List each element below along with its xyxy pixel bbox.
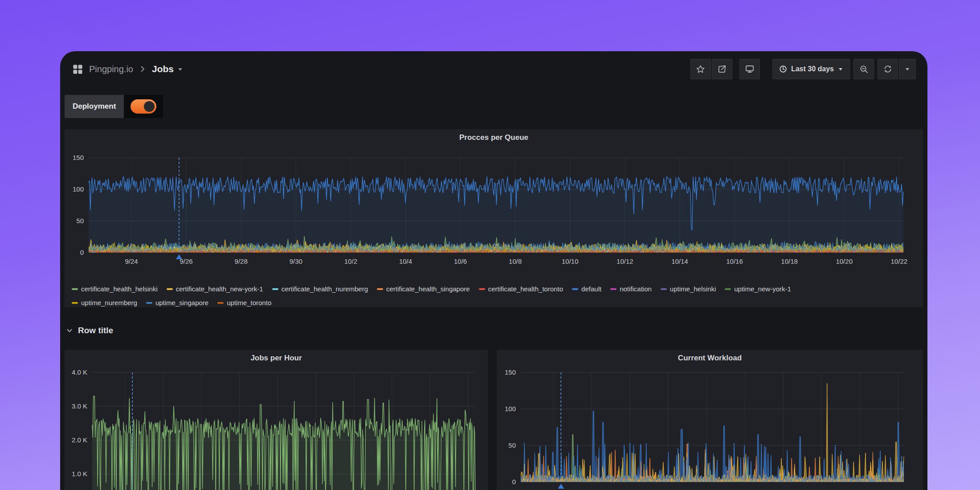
svg-text:100: 100 [505,405,516,412]
refresh-interval-dropdown[interactable] [899,59,916,79]
row-title: Row title [78,326,113,335]
svg-text:3.0 K: 3.0 K [72,402,87,410]
time-range-picker[interactable]: Last 30 days [772,59,850,79]
legend-label: uptime_nuremberg [81,299,137,306]
deployment-variable: Deployment [65,95,163,118]
time-range-label: Last 30 days [791,65,834,73]
refresh-icon [883,64,893,74]
chevron-down-icon[interactable] [177,66,183,72]
legend-item[interactable]: certificate_health_new-york-1 [167,285,263,293]
chart-jobs-per-hour: 4.0 K3.0 K2.0 K1.0 K [71,368,482,490]
svg-text:10/20: 10/20 [836,257,853,265]
svg-text:10/18: 10/18 [781,257,798,265]
legend-swatch [272,288,278,290]
breadcrumb: Pingping.io Jobs [72,63,183,75]
panel-process-per-queue: Procces per Queue 1501005009/249/269/289… [65,129,923,307]
legend-item[interactable]: uptime_new-york-1 [725,285,791,293]
legend-label: uptime_new-york-1 [734,285,791,293]
zoom-out-button[interactable] [853,59,874,79]
svg-text:10/12: 10/12 [617,257,633,265]
dashboard-window: Pingping.io Jobs [60,51,927,490]
legend-label: default [581,285,601,293]
legend-label: certificate_health_nuremberg [282,285,368,293]
chevron-down-icon [65,327,74,335]
row-header[interactable]: Row title [65,326,113,335]
svg-text:10/16: 10/16 [726,257,743,265]
share-button[interactable] [712,59,732,79]
svg-text:10/10: 10/10 [562,257,579,265]
clock-icon [779,65,787,73]
panel-title[interactable]: Jobs per Hour [65,354,488,363]
header-bar: Pingping.io Jobs [60,51,927,87]
legend-swatch [725,288,731,290]
svg-text:9/24: 9/24 [125,257,138,265]
legend-item[interactable]: notification [610,285,652,293]
legend-label: certificate_health_helsinki [81,285,158,293]
svg-text:0: 0 [512,478,516,486]
legend-label: uptime_toronto [227,299,271,306]
legend-label: certificate_health_toronto [488,285,563,293]
apps-grid-icon[interactable] [72,63,84,75]
legend-item[interactable]: certificate_health_toronto [479,285,563,293]
breadcrumb-app[interactable]: Pingping.io [89,64,133,74]
legend-label: certificate_health_new-york-1 [176,285,263,293]
legend-item[interactable]: uptime_helsinki [661,285,716,293]
svg-text:10/14: 10/14 [671,257,688,265]
svg-text:10/22: 10/22 [891,257,908,265]
toggle-knob [144,101,155,112]
svg-text:10/4: 10/4 [399,257,412,265]
refresh-button[interactable] [878,59,898,79]
zoom-out-icon [859,64,869,74]
panel-title[interactable]: Current Workload [497,354,923,363]
legend-item[interactable]: uptime_singapore [146,299,208,306]
legend-swatch [72,302,78,304]
caret-down-icon [838,66,843,72]
panel-jobs-per-hour: Jobs per Hour 4.0 K3.0 K2.0 K1.0 K [65,350,488,490]
panel-title[interactable]: Procces per Queue [65,133,923,142]
svg-text:150: 150 [505,368,516,376]
legend-item[interactable]: certificate_health_nuremberg [272,285,368,293]
favorite-button[interactable] [690,59,711,79]
svg-text:10/8: 10/8 [509,257,522,265]
legend-swatch [217,302,224,304]
desktop-background: { "header": { "breadcrumb": { "app": "Pi… [0,0,980,490]
svg-text:100: 100 [73,185,84,193]
legend-swatch [167,288,173,290]
legend-item[interactable]: default [572,285,601,293]
legend-swatch [572,288,578,290]
legend-item[interactable]: uptime_toronto [217,299,271,306]
chart-process-per-queue: 1501005009/249/269/289/3010/210/410/610/… [71,147,917,282]
legend-swatch [377,288,383,290]
legend-swatch [146,302,152,304]
svg-text:10/6: 10/6 [454,257,467,265]
svg-text:10/2: 10/2 [344,257,357,265]
deployment-label: Deployment [65,95,124,118]
legend-label: notification [620,285,652,293]
svg-text:50: 50 [76,217,84,225]
deployment-toggle-well [124,95,163,118]
svg-text:9/28: 9/28 [235,257,248,265]
legend-item[interactable]: certificate_health_singapore [377,285,470,293]
chevron-right-icon [139,65,147,73]
legend-process-per-queue: certificate_health_helsinkicertificate_h… [72,285,917,306]
svg-text:0: 0 [80,249,84,256]
legend-item[interactable]: certificate_health_helsinki [72,285,158,293]
monitor-icon [744,64,755,74]
svg-text:2.0 K: 2.0 K [72,436,87,444]
svg-text:4.0 K: 4.0 K [72,368,87,376]
legend-swatch [661,288,667,290]
legend-label: certificate_health_singapore [386,285,470,293]
share-icon [717,64,727,74]
caret-down-icon [905,66,910,72]
tv-mode-button[interactable] [739,59,760,79]
legend-swatch [72,288,78,290]
legend-item[interactable]: uptime_nuremberg [72,299,137,306]
toolbar: Last 30 days [690,59,916,79]
deployment-toggle[interactable] [131,99,156,114]
legend-swatch [479,288,485,290]
legend-swatch [610,288,617,290]
breadcrumb-page[interactable]: Jobs [152,64,174,74]
panel-current-workload: Current Workload 150100500 [497,350,923,490]
svg-text:9/30: 9/30 [290,257,302,265]
chart-current-workload: 150100500 [503,368,917,490]
